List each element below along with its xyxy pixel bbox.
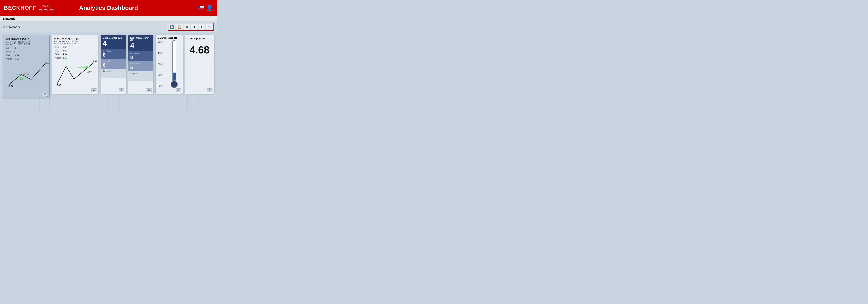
svg-rect-5 <box>198 9 204 9</box>
resize-handle[interactable]: ◢ <box>46 95 49 97</box>
edge-bottom-max: Max Value 6 <box>101 59 126 69</box>
edge-top: Edge Counter 1Ch 4 <box>101 35 126 49</box>
toolbar: ⌂ > Network 💾 📋 ↺ ⬆ ↩ ↪ <box>0 22 217 32</box>
widget-math-operation-value: Math Operation 4.68 👁 <box>185 35 214 94</box>
copy-button[interactable]: 📋 <box>176 24 183 30</box>
widget3-eye-button[interactable]: 👁 <box>119 88 124 92</box>
breadcrumb-separator: > <box>6 25 8 29</box>
sub-header: Network <box>0 16 217 22</box>
widget1-chart-svg: 5.00 -0.00 -1.55 -5.00 <box>5 62 47 87</box>
refresh-button[interactable]: ↺ <box>184 24 190 30</box>
main-content: Min Max Avg 1Ch ∨ Min: 08. Feb 2023 15:1… <box>0 32 217 111</box>
widget6-value: 4.68 <box>187 44 212 56</box>
home-icon[interactable]: ⌂ <box>3 25 5 29</box>
widget2-chart: 5.00 2.50 3.68 0.00 <box>54 60 96 86</box>
svg-text:0.00: 0.00 <box>57 83 61 86</box>
svg-rect-6 <box>198 9 204 10</box>
widget2-chart-svg: 5.00 2.50 3.68 0.00 <box>54 60 96 86</box>
svg-text:-0.00: -0.00 <box>24 72 29 74</box>
edge4-bottom-max: Max Value 6 <box>128 61 153 71</box>
svg-rect-7 <box>198 6 200 8</box>
widget-minmaxavg-1ch-1: Min Max Avg 1Ch (1) Min: 08. Feb 2023 14… <box>52 35 99 94</box>
edge4-mid: Min Value 8 <box>128 51 153 61</box>
thermo-tube <box>172 40 176 81</box>
app-header: BECKHOFF 15:15:00 08. Feb 2023 Analytics… <box>0 0 217 16</box>
widget2-title: Min Max Avg 1Ch (1) <box>54 37 96 40</box>
thermo-bulb: °C <box>170 81 178 88</box>
widget2-stats: Min0.00 Max5.00 Avg2.50 Value3.68 <box>54 46 96 60</box>
widget1-stats: Min-5 Max5 Avg-0.00 Value-1.55 <box>5 47 47 61</box>
breadcrumb-current: Network <box>9 25 20 29</box>
upload-button[interactable]: ⬆ <box>191 24 198 30</box>
breadcrumb: ⌂ > Network <box>3 25 166 29</box>
thermo-fill <box>173 73 176 80</box>
thermo-scale: 50.00 37.50 25.00 12.50 0.00 — — — — — <box>158 40 181 88</box>
svg-text:3.68: 3.68 <box>84 65 88 68</box>
thermo-labels: 50.00 37.50 25.00 12.50 0.00 <box>158 40 162 88</box>
widget-minmaxavg-1ch-expanded: Min Max Avg 1Ch ∨ Min: 08. Feb 2023 15:1… <box>3 35 50 98</box>
edge-bottom-avg: Avg Value <box>101 69 126 78</box>
thermo-ticks: — — — — — <box>164 40 166 88</box>
page-title: Analytics Dashboard <box>79 4 138 11</box>
logo: BECKHOFF <box>4 5 36 11</box>
svg-text:-1.55: -1.55 <box>18 78 23 80</box>
widget6-title: Math Operation <box>187 37 212 40</box>
user-icon[interactable]: 👤 <box>206 5 213 11</box>
edge-mid: Min Value 8 <box>101 49 126 59</box>
widget-edge-counter-1ch: Edge Counter 1Ch 4 Min Value 8 Max Value… <box>101 35 126 94</box>
widgets-row: Min Max Avg 1Ch ∨ Min: 08. Feb 2023 15:1… <box>3 35 214 98</box>
widget-edge-counter-1ch-1: Edge Counter 1Ch (1) 4 Min Value 8 Max V… <box>128 35 153 94</box>
widget6-eye-button[interactable]: 👁 <box>207 88 213 92</box>
widget5-title: Math Operation (1) <box>158 37 181 39</box>
widget4-eye-button[interactable]: 👁 <box>146 88 152 92</box>
datetime: 15:15:00 08. Feb 2023 <box>39 4 55 11</box>
save-button[interactable]: 💾 <box>169 24 175 30</box>
edge4-top: Edge Counter 1Ch (1) 4 <box>128 35 153 51</box>
header-right: 👤 <box>198 5 213 11</box>
svg-rect-4 <box>198 8 204 8</box>
undo-button[interactable]: ↩ <box>199 24 205 30</box>
thermo-visual: °C <box>167 40 181 88</box>
widget-math-operation-thermo: Math Operation (1) 50.00 37.50 25.00 12.… <box>155 35 183 94</box>
flag-icon <box>198 6 204 10</box>
toolbar-actions: 💾 📋 ↺ ⬆ ↩ ↪ <box>168 23 214 31</box>
svg-text:5.00: 5.00 <box>93 60 97 63</box>
svg-text:2.50: 2.50 <box>87 71 92 73</box>
widget2-eye-button[interactable]: 👁 <box>91 88 97 92</box>
redo-button[interactable]: ↪ <box>206 24 213 30</box>
widget1-dates: Min: 08. Feb 2023 15:15:02 Max: 08. Feb … <box>5 41 47 45</box>
svg-text:5.00: 5.00 <box>45 62 49 64</box>
svg-text:-5.00: -5.00 <box>8 85 13 87</box>
edge4-bottom-avg: Avg Value <box>128 71 153 81</box>
widget1-title: Min Max Avg 1Ch ∨ <box>5 37 47 40</box>
widget2-dates: Min: 08. Feb 2023 14:24:08 Max: 08. Feb … <box>54 40 96 45</box>
widget1-chart: 5.00 -0.00 -1.55 -5.00 <box>5 62 47 87</box>
widget5-eye-button[interactable]: 👁 <box>176 88 181 92</box>
